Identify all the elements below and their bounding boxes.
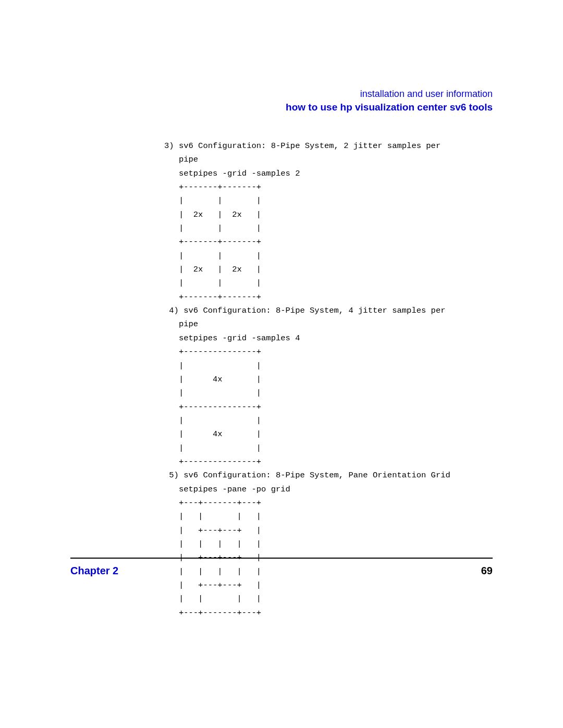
header-subtitle: installation and user information: [70, 89, 493, 100]
header-title: how to use hp visualization center sv6 t…: [70, 102, 493, 113]
page-footer: Chapter 2 69: [70, 558, 493, 577]
page-header: installation and user information how to…: [70, 89, 493, 113]
monospace-body: 3) sv6 Configuration: 8-Pipe System, 2 j…: [164, 139, 493, 620]
page-number: 69: [481, 565, 493, 577]
chapter-label: Chapter 2: [70, 565, 118, 577]
page-content: 3) sv6 Configuration: 8-Pipe System, 2 j…: [164, 139, 493, 620]
document-page: installation and user information how to…: [0, 0, 563, 728]
